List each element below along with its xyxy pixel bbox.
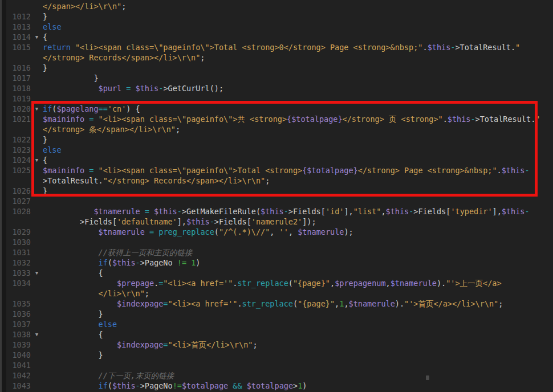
code-line[interactable]: 1016} — [6, 63, 553, 73]
code-text: //获得上一页和主页的链接 — [43, 247, 192, 258]
code-line[interactable]: 1031 //获得上一页和主页的链接 — [6, 247, 553, 258]
fold-arrow-icon[interactable]: ▼ — [31, 329, 43, 340]
code-text: $indexpage="<li><a href='".str_replace("… — [43, 299, 503, 309]
code-line[interactable]: 1032 if($this->PageNo != 1) — [6, 258, 553, 268]
code-line[interactable]: 1027 — [6, 196, 553, 206]
code-line[interactable]: 1013else — [6, 22, 553, 32]
code-line[interactable]: </strong> Records</span></li>\r\n"; — [6, 52, 553, 63]
fold-spacer — [31, 340, 43, 350]
fold-spacer — [31, 288, 43, 299]
code-line[interactable]: 1036 } — [6, 309, 553, 319]
code-line[interactable]: 1012} — [6, 11, 553, 22]
code-line[interactable]: 1039 $indexpage="<li>首页</li>\r\n"; — [6, 340, 553, 350]
code-line[interactable]: 1034 $prepage.="<li><a href='".str_repla… — [6, 278, 553, 288]
line-number: 1040 — [6, 350, 31, 360]
code-line[interactable]: </span></li>\r\n"; — [6, 1, 553, 11]
line-number: 1041 — [6, 360, 31, 370]
code-line[interactable]: 1043 if($this->PageNo!=$totalpage && $to… — [6, 381, 553, 391]
fold-arrow-icon[interactable]: ▼ — [31, 32, 43, 42]
line-number: 1021 — [6, 114, 31, 124]
line-number: 1037 — [6, 319, 31, 329]
code-line[interactable]: 1015return "<li><span class=\"pageinfo\"… — [6, 42, 553, 52]
code-text: //下一页,末页的链接 — [43, 370, 174, 381]
code-line[interactable]: 1041 — [6, 360, 553, 370]
fold-spacer — [31, 360, 43, 370]
fold-spacer — [31, 350, 43, 360]
code-line[interactable]: 1017 } — [6, 73, 553, 83]
code-line[interactable]: 1029 $tnamerule = preg_replace("/^(.*)\/… — [6, 227, 553, 237]
line-number: 1039 — [6, 340, 31, 350]
fold-spacer — [31, 83, 43, 93]
code-text: $tnamerule = $this->GetMakeFileRule($thi… — [43, 206, 530, 217]
code-text: </span></li>\r\n"; — [43, 1, 126, 11]
line-number — [6, 52, 31, 63]
line-number: 1016 — [6, 63, 31, 73]
code-text: $purl = $this->GetCurUrl(); — [43, 83, 223, 93]
code-line[interactable]: 1042 //下一页,末页的链接 — [6, 370, 553, 381]
line-number: 1029 — [6, 227, 31, 237]
code-line[interactable]: </li>\r\n"; — [6, 288, 553, 299]
mouse-cursor — [426, 375, 429, 380]
line-number: 1019 — [6, 93, 31, 104]
line-number: 1020 — [6, 104, 31, 114]
line-number: 1027 — [6, 196, 31, 206]
code-line[interactable]: 1038▼ { — [6, 329, 553, 340]
fold-spacer — [31, 196, 43, 206]
fold-spacer — [31, 63, 43, 73]
code-line[interactable]: 1033▼ { — [6, 268, 553, 278]
fold-arrow-icon[interactable]: ▼ — [31, 268, 43, 278]
line-number: 1022 — [6, 134, 31, 145]
code-line[interactable]: 1028 $tnamerule = $this->GetMakeFileRule… — [6, 206, 553, 217]
code-text: >Fields['defaultname'],$this->Fields['na… — [43, 217, 316, 227]
fold-spacer — [31, 309, 43, 319]
fold-spacer — [31, 42, 43, 52]
fold-spacer — [31, 1, 43, 11]
fold-spacer — [31, 278, 43, 288]
code-area[interactable]: </span></li>\r\n";1012}1013else1014▼{101… — [6, 1, 553, 392]
line-number: 1031 — [6, 247, 31, 258]
code-line[interactable]: >Fields['defaultname'],$this->Fields['na… — [6, 217, 553, 227]
code-text: } — [43, 350, 103, 360]
code-text: } — [43, 309, 103, 319]
code-line[interactable]: 1014▼{ — [6, 32, 553, 42]
code-line[interactable]: 1040 } — [6, 350, 553, 360]
editor-window: </span></li>\r\n";1012}1013else1014▼{101… — [0, 0, 553, 392]
code-text: $tnamerule = preg_replace("/^(.*)\//", '… — [43, 227, 353, 237]
line-number — [6, 1, 31, 11]
line-number: 1030 — [6, 237, 31, 247]
fold-spacer — [31, 22, 43, 32]
fold-spacer — [31, 247, 43, 258]
code-text: $indexpage="<li>首页</li>\r\n"; — [43, 340, 258, 350]
fold-spacer — [31, 217, 43, 227]
line-number: 1033 — [6, 268, 31, 278]
code-line[interactable]: 1018 $purl = $this->GetCurUrl(); — [6, 83, 553, 93]
line-number: 1034 — [6, 278, 31, 288]
code-text: </li>\r\n"; — [43, 288, 149, 299]
fold-spacer — [31, 381, 43, 391]
line-number: 1026 — [6, 186, 31, 196]
code-line[interactable]: 1030 — [6, 237, 553, 247]
fold-spacer — [31, 11, 43, 22]
fold-spacer — [31, 237, 43, 247]
code-text: if($this->PageNo!=$totalpage && $totalpa… — [43, 381, 307, 391]
line-number: 1013 — [6, 22, 31, 32]
line-number: 1043 — [6, 381, 31, 391]
line-number: 1036 — [6, 309, 31, 319]
line-number: 1035 — [6, 299, 31, 309]
fold-spacer — [31, 73, 43, 83]
code-line[interactable]: 1035 $indexpage="<li><a href='".str_repl… — [6, 299, 553, 309]
line-number: 1023 — [6, 145, 31, 155]
fold-spacer — [31, 258, 43, 268]
line-number: 1018 — [6, 83, 31, 93]
code-text: return "<li><span class=\"pageinfo\">Tot… — [43, 42, 520, 52]
fold-spacer — [31, 227, 43, 237]
editor-left-edge — [0, 0, 6, 392]
code-line[interactable]: 1037 else — [6, 319, 553, 329]
annotation-red-box — [31, 101, 538, 197]
fold-spacer — [31, 370, 43, 381]
code-text: { — [43, 329, 103, 340]
code-text: $prepage.="<li><a href='".str_replace("{… — [43, 278, 502, 288]
code-text: if($this->PageNo != 1) — [43, 258, 200, 268]
code-text: else — [43, 319, 117, 329]
code-text: { — [43, 268, 103, 278]
